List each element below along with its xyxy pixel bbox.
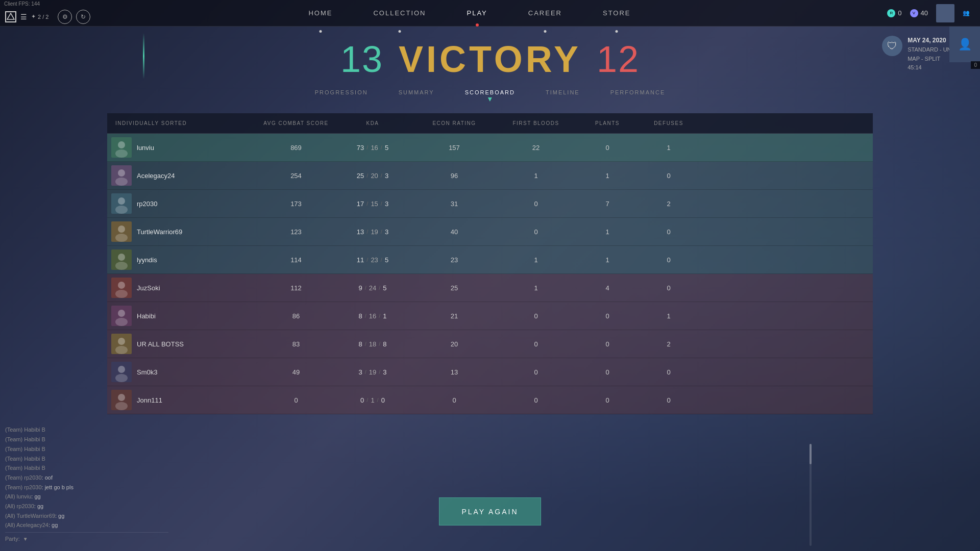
player-plants: 0 (577, 340, 638, 348)
player-acs: 114 (260, 256, 332, 264)
tab-scoreboard[interactable]: SCOREBOARD (450, 85, 530, 99)
player-kda: 17 / 15 / 3 (332, 200, 413, 208)
player-acs: 86 (260, 312, 332, 320)
nav-career[interactable]: CAREER (508, 0, 582, 27)
svg-point-16 (115, 346, 128, 354)
player-econ: 40 (413, 228, 495, 236)
player-name: Acelegacy24 (137, 172, 175, 180)
player-acs: 123 (260, 228, 332, 236)
player-row: TurtleWarrior69 123 13 / 19 / 3 40 0 1 0 (107, 218, 873, 246)
svg-point-3 (118, 169, 125, 177)
score-left: 13 (340, 38, 383, 80)
player-name: TurtleWarrior69 (137, 228, 182, 236)
player-kda: 13 / 19 / 3 (332, 228, 413, 236)
player-econ: 13 (413, 368, 495, 376)
player-defuses: 0 (638, 284, 699, 292)
nav-avatar[interactable] (936, 4, 954, 22)
player-avatar (111, 221, 132, 242)
player-plants: 1 (577, 228, 638, 236)
nav-play[interactable]: PLAY (447, 0, 508, 27)
table-header: INDIVIDUALLY SORTED AVG COMBAT SCORE KDA… (107, 113, 873, 134)
nav-badge: 👥 (963, 10, 970, 16)
svg-point-5 (118, 197, 125, 205)
th-kda: KDA (332, 120, 413, 126)
player-plants: 0 (577, 368, 638, 376)
tab-progression[interactable]: PROGRESSION (300, 85, 383, 99)
chat-panel: (Team) Habibi B(Team) Habibi B(Team) Hab… (0, 421, 174, 546)
player-plants: 0 (577, 396, 638, 404)
tab-summary[interactable]: SUMMARY (383, 85, 450, 99)
nav-store[interactable]: STORE (582, 0, 651, 27)
th-fb: FIRST BLOODS (495, 120, 577, 126)
player-plants: 1 (577, 256, 638, 264)
player-defuses: 0 (638, 256, 699, 264)
player-fb: 0 (495, 340, 577, 348)
player-kda: 9 / 24 / 5 (332, 284, 413, 292)
player-avatar (111, 390, 132, 410)
top-right-avatar: 👤 (949, 27, 980, 62)
chat-message: (Team) Habibi B (5, 444, 168, 454)
team-b-section: JuzSoki 112 9 / 24 / 5 25 1 4 0 (107, 274, 873, 414)
tab-timeline[interactable]: TIMELINE (530, 85, 595, 99)
svg-point-19 (118, 394, 125, 401)
play-again-button[interactable]: PLAY AGAIN (439, 497, 541, 525)
refresh-icon[interactable]: ↻ (76, 10, 90, 24)
player-defuses: 0 (638, 172, 699, 180)
player-avatar (111, 165, 132, 186)
player-acs: 49 (260, 368, 332, 376)
player-avatar (111, 193, 132, 214)
svg-point-15 (118, 338, 125, 345)
player-plants: 1 (577, 172, 638, 180)
player-econ: 21 (413, 312, 495, 320)
player-avatar (111, 137, 132, 158)
player-avatar (111, 306, 132, 326)
player-defuses: 2 (638, 200, 699, 208)
player-row: Habibi 86 8 / 16 / 1 21 0 0 1 (107, 302, 873, 330)
player-row: UR ALL BOTSS 83 8 / 18 / 8 20 0 0 2 (107, 330, 873, 358)
player-info: lyyndis (107, 249, 260, 270)
chat-message: (Team) rp2030: oof (5, 473, 168, 483)
svg-point-8 (115, 234, 128, 242)
player-kda: 0 / 1 / 0 (332, 396, 413, 404)
menu-icon[interactable]: ☰ (20, 13, 27, 21)
player-acs: 0 (260, 396, 332, 404)
player-info: rp2030 (107, 193, 260, 214)
svg-point-18 (115, 374, 128, 382)
chat-dropdown-icon[interactable]: ▼ (23, 536, 28, 542)
chat-message: (Team) Habibi B (5, 425, 168, 435)
player-defuses: 1 (638, 312, 699, 320)
player-econ: 0 (413, 396, 495, 404)
th-name: INDIVIDUALLY SORTED (107, 120, 260, 126)
player-kda: 3 / 19 / 3 (332, 368, 413, 376)
player-econ: 157 (413, 144, 495, 152)
svg-point-11 (118, 282, 125, 289)
rp-icon: R (887, 9, 895, 17)
player-row: Sm0k3 49 3 / 19 / 3 13 0 0 0 (107, 358, 873, 386)
chat-input-label: Party: (5, 536, 20, 542)
tab-performance[interactable]: PERFORMANCE (595, 85, 681, 99)
player-fb: 0 (495, 396, 577, 404)
player-name: Habibi (137, 312, 156, 320)
svg-point-9 (118, 254, 125, 261)
player-avatar (111, 278, 132, 298)
nav-home[interactable]: HOME (288, 0, 353, 27)
svg-point-13 (118, 310, 125, 317)
nav-collection[interactable]: COLLECTION (353, 0, 446, 27)
chat-message: (Team) rp2030: jett go b pls (5, 483, 168, 492)
top-navigation: Client FPS: 144 ☰ ✦ 2 / 2 ⚙ ↻ HOME COLLE… (0, 0, 980, 27)
sub-tabs: PROGRESSION SUMMARY SCOREBOARD TIMELINE … (300, 85, 680, 99)
player-fb: 1 (495, 256, 577, 264)
nav-logo[interactable] (5, 11, 16, 22)
player-plants: 7 (577, 200, 638, 208)
player-name: Jonn111 (137, 396, 162, 404)
svg-point-4 (115, 178, 128, 186)
player-econ: 31 (413, 200, 495, 208)
agent-count-display: ✦ 2 / 2 (31, 13, 48, 20)
chat-message: (All) Acelegacy24: gg (5, 520, 168, 530)
player-row: rp2030 173 17 / 15 / 3 31 0 7 2 (107, 190, 873, 218)
svg-point-14 (115, 318, 128, 326)
player-econ: 96 (413, 172, 495, 180)
settings-icon[interactable]: ⚙ (58, 10, 72, 24)
th-acs: AVG COMBAT SCORE (260, 120, 332, 126)
player-fb: 0 (495, 312, 577, 320)
